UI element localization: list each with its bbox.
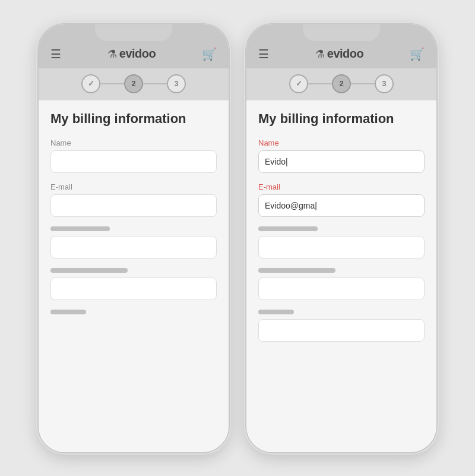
step-1-done-2[interactable]: ✓ bbox=[289, 74, 308, 93]
field-spacer-2a bbox=[258, 226, 425, 259]
email-label-2: E-mail bbox=[258, 182, 425, 191]
phone-content-1: My billing information Name E-mail bbox=[39, 100, 229, 452]
name-input-1[interactable] bbox=[50, 150, 217, 173]
gray-bar-2c bbox=[258, 310, 294, 314]
billing-title-2: My billing information bbox=[258, 111, 425, 127]
step-2-active-2[interactable]: 2 bbox=[332, 74, 351, 93]
logo-flask-icon-1: ⚗ bbox=[107, 48, 117, 61]
generic-input-2b[interactable] bbox=[258, 278, 425, 300]
logo-text-1: evidoo bbox=[119, 47, 156, 61]
email-input-2[interactable]: Evidoo@gma| bbox=[258, 194, 425, 217]
email-input-1[interactable] bbox=[50, 194, 217, 217]
phone-notch-2 bbox=[303, 24, 380, 41]
menu-icon-1[interactable]: ☰ bbox=[50, 47, 61, 61]
logo-area-1: ⚗ evidoo bbox=[107, 47, 156, 61]
field-email-2: E-mail Evidoo@gma| bbox=[258, 182, 425, 217]
field-spacer-1c bbox=[50, 310, 217, 314]
logo-text-2: evidoo bbox=[327, 47, 363, 61]
phone-filled: ☰ ⚗ evidoo 🛒 ✓ 2 3 My billing informatio… bbox=[246, 24, 436, 452]
email-label-1: E-mail bbox=[50, 182, 217, 191]
cart-icon-1[interactable]: 🛒 bbox=[202, 47, 217, 61]
menu-icon-2[interactable]: ☰ bbox=[258, 47, 269, 61]
phone-empty: ☰ ⚗ evidoo 🛒 ✓ 2 3 My billing informatio… bbox=[39, 24, 229, 452]
gray-bar-2b bbox=[258, 268, 335, 273]
step-2-active[interactable]: 2 bbox=[124, 74, 143, 93]
name-label-1: Name bbox=[50, 138, 217, 147]
gray-bar-1b bbox=[50, 268, 128, 273]
name-value-2: Evido| bbox=[265, 157, 288, 166]
phone-content-2: My billing information Name Evido| E-mai… bbox=[246, 100, 436, 452]
steps-bar-2: ✓ 2 3 bbox=[246, 68, 436, 100]
phone-notch bbox=[95, 24, 172, 41]
step-line-1a bbox=[100, 83, 124, 84]
gray-bar-1c bbox=[50, 310, 86, 314]
gray-bar-2a bbox=[258, 226, 318, 231]
step-3-default[interactable]: 3 bbox=[167, 74, 186, 93]
generic-input-2a[interactable] bbox=[258, 236, 425, 259]
page-wrapper: ☰ ⚗ evidoo 🛒 ✓ 2 3 My billing informatio… bbox=[0, 0, 475, 476]
step-3-default-2[interactable]: 3 bbox=[375, 74, 394, 93]
field-name-1: Name bbox=[50, 138, 217, 173]
field-spacer-1a bbox=[50, 226, 217, 259]
generic-input-1a[interactable] bbox=[50, 236, 217, 259]
field-spacer-1b bbox=[50, 268, 217, 300]
gray-bar-1a bbox=[50, 226, 110, 231]
generic-input-2c[interactable] bbox=[258, 319, 425, 342]
name-input-2[interactable]: Evido| bbox=[258, 150, 425, 173]
field-spacer-2c bbox=[258, 310, 425, 342]
step-line-2b bbox=[351, 83, 375, 84]
step-line-2a bbox=[308, 83, 332, 84]
logo-flask-icon-2: ⚗ bbox=[315, 48, 325, 61]
field-name-2: Name Evido| bbox=[258, 138, 425, 173]
generic-input-1b[interactable] bbox=[50, 278, 217, 300]
field-email-1: E-mail bbox=[50, 182, 217, 217]
cart-icon-2[interactable]: 🛒 bbox=[410, 47, 425, 61]
field-spacer-2b bbox=[258, 268, 425, 300]
logo-area-2: ⚗ evidoo bbox=[315, 47, 363, 61]
steps-bar-1: ✓ 2 3 bbox=[39, 68, 229, 100]
step-line-1b bbox=[143, 83, 167, 84]
billing-title-1: My billing information bbox=[50, 111, 217, 127]
step-1-done[interactable]: ✓ bbox=[81, 74, 100, 93]
email-value-2: Evidoo@gma| bbox=[265, 201, 317, 210]
name-label-2: Name bbox=[258, 138, 425, 147]
